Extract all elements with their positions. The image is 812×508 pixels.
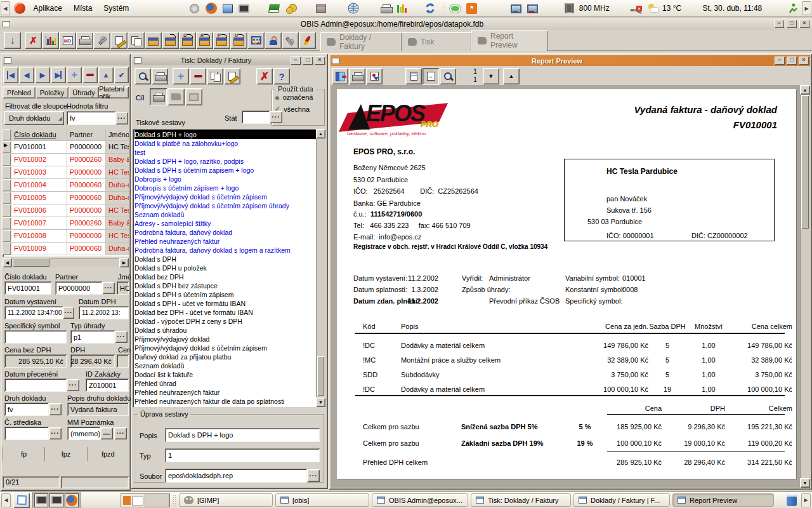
menu-system[interactable]: Systém xyxy=(99,3,133,14)
stat-input[interactable] xyxy=(242,110,270,124)
report-list-item[interactable]: Dobropis + logo xyxy=(134,175,316,184)
grid-row[interactable]: FV010004 P0000060 Duha-obc xyxy=(3,179,129,192)
report-list[interactable]: Doklad s DPH + logo Doklad k platbě na z… xyxy=(133,129,316,407)
package-icon[interactable] xyxy=(314,1,328,15)
report-list-item[interactable]: Doklad s DPH + logo xyxy=(134,130,316,139)
report-list-item[interactable]: Doklad s DPH xyxy=(134,255,316,264)
chart-button[interactable] xyxy=(42,32,59,49)
archive-u-button[interactable]: U xyxy=(230,32,247,49)
soubor-browse-button[interactable]: ··· xyxy=(307,469,320,482)
c-strediska-lookup-button[interactable]: ··· xyxy=(49,427,62,439)
report-list-item[interactable]: Daňový doklad za přijatou platbu xyxy=(134,352,316,361)
filter-value-lookup-button[interactable]: ··· xyxy=(115,112,128,124)
abacus-button[interactable] xyxy=(247,32,265,49)
report-titlebar[interactable]: Report Preview − □ × xyxy=(331,55,810,66)
panel-hide-right-button[interactable]: ▶ xyxy=(802,1,811,15)
report-vscrollbar[interactable]: ▲ ▼ xyxy=(800,85,810,488)
firefox-window-icon[interactable] xyxy=(65,493,79,507)
grid-row[interactable]: FV010002 P0000260 Baby & K xyxy=(3,154,129,166)
print-add-button[interactable]: + xyxy=(173,68,189,84)
terminal-launcher-icon[interactable] xyxy=(237,1,251,15)
print-close-button[interactable]: × xyxy=(315,57,325,65)
typ-input[interactable]: 1 xyxy=(165,448,320,462)
report-list-item[interactable]: Podrobná faktura, daňový doklad xyxy=(134,228,316,237)
report-list-item[interactable]: Přehled neuhrazených faktur xyxy=(134,388,316,397)
grid-row[interactable]: FV010006 P0000000 HC Tesla xyxy=(3,204,129,217)
grid-row[interactable]: FV010001 P0000000 HC Tesla xyxy=(3,141,129,154)
report-list-item[interactable]: test xyxy=(134,148,316,157)
workspace-2[interactable] xyxy=(145,494,169,507)
tab-tisk[interactable]: Tisk xyxy=(402,32,471,51)
tab-report-preview[interactable]: Report Preview xyxy=(471,30,547,51)
terminal-window-2-icon[interactable] xyxy=(49,493,63,507)
grid-row[interactable]: FV010009 P0000060 Duha-obc xyxy=(3,243,129,255)
archive-r-button[interactable]: R xyxy=(196,32,213,49)
report-list-item[interactable]: Příjmový/výdajový doklad s účetním zápis… xyxy=(134,344,316,352)
report-list-item[interactable]: Příjmový/výdajový doklad xyxy=(134,335,316,344)
globe-icon[interactable] xyxy=(346,1,360,15)
report-exit-button[interactable] xyxy=(332,68,348,84)
close-button[interactable]: × xyxy=(799,20,809,28)
soubor-input[interactable]: epos\dokladsdph.rep xyxy=(165,469,307,483)
print-print-button[interactable] xyxy=(152,68,168,84)
report-list-item[interactable]: Doklad bez DPH xyxy=(134,272,316,281)
report-list-item[interactable]: Doklad s DPH u položek xyxy=(134,264,316,272)
firefox-launcher-icon[interactable] xyxy=(204,1,218,15)
report-list-item[interactable]: Doklad k platbě na zálohovku+logo xyxy=(134,139,316,148)
report-list-item[interactable]: Podrobná faktura, daňový doklad s logem … xyxy=(134,246,316,255)
specificky-symbol-input[interactable] xyxy=(4,330,67,344)
page-up-button[interactable]: ▲ xyxy=(503,68,520,84)
clock[interactable]: St, 30. dub, 11:48 xyxy=(702,4,762,13)
print-cancel-button[interactable]: ✗ xyxy=(256,68,273,84)
prev-record-button[interactable]: ◀ xyxy=(19,67,34,83)
panel-handle[interactable] xyxy=(442,3,446,14)
mm-open-button[interactable]: ··· xyxy=(114,427,127,439)
report-list-item[interactable]: Doklad s DPH s účetním zápisem + logo xyxy=(134,166,316,175)
report-list-item[interactable]: Příjmový/výdajový doklad s účetním zápis… xyxy=(134,201,316,210)
maximize-button[interactable]: □ xyxy=(787,20,797,28)
cislo-dokladu-input[interactable]: FV010001 xyxy=(4,281,51,295)
report-zoom-button[interactable] xyxy=(440,68,456,84)
report-page-view-button[interactable] xyxy=(405,68,422,84)
print-maximize-button[interactable]: □ xyxy=(303,57,313,65)
chat-status-icon[interactable] xyxy=(449,1,462,15)
next-record-button[interactable]: ▶ xyxy=(35,67,50,83)
quick-filter-button[interactable]: fp xyxy=(3,447,44,461)
archive-p-button[interactable]: P xyxy=(213,32,230,49)
datum-dph-input[interactable]: 11.2.2002 13: xyxy=(79,306,129,319)
journal-button[interactable]: MD xyxy=(59,32,76,49)
ledger-book-icon[interactable] xyxy=(267,1,281,15)
datum-preceneni-input[interactable] xyxy=(4,378,67,392)
report-list-item[interactable]: Přehled neuhrazených faktur xyxy=(134,237,316,246)
coins-icon[interactable] xyxy=(284,1,298,15)
popis-input[interactable]: Doklad s DPH + logo xyxy=(165,428,320,442)
print-paste-button[interactable] xyxy=(207,68,223,84)
report-list-scrollbar[interactable]: ▲ ▼ xyxy=(316,129,325,407)
mm-poznamka-input[interactable]: (mmemo) xyxy=(67,427,100,440)
grid-row[interactable]: FV010008 P0000000 HC Tesla xyxy=(3,230,129,243)
quick-filter-button[interactable]: fpzd xyxy=(87,447,129,461)
quick-filter-button[interactable]: fpz xyxy=(44,447,86,461)
print-remove-button[interactable] xyxy=(190,68,206,84)
filter-column-select[interactable]: Druh dokladu◢ xyxy=(4,111,64,125)
filter-value-input[interactable]: fv xyxy=(67,111,115,125)
report-close-button[interactable]: × xyxy=(799,57,809,65)
taskbar-hide-right-button[interactable]: ▶ xyxy=(801,493,811,507)
browse-titlebar[interactable] xyxy=(3,55,129,65)
sync-icon[interactable] xyxy=(423,1,437,15)
report-list-item[interactable]: Adresy - samolepící štítky xyxy=(134,219,316,228)
datum-vystaveni-picker-button[interactable]: ··· xyxy=(63,307,74,319)
report-canvas[interactable]: ▲ ▼ EPOS PRO hardware, software, pokladn… xyxy=(331,85,810,488)
add-record-button[interactable]: + xyxy=(67,67,82,83)
delete-button[interactable]: ✗ xyxy=(25,32,42,49)
report-print-button[interactable] xyxy=(349,68,365,84)
report-list-item[interactable]: Doklad s DPH - učet ve formátu IBAN xyxy=(134,299,316,308)
grid-row[interactable]: FV010005 P0000060 Duha-obc xyxy=(3,192,129,204)
archive-o-button[interactable]: O xyxy=(179,32,196,49)
target-file-button[interactable] xyxy=(167,88,185,105)
workspace-switcher[interactable] xyxy=(121,493,170,507)
service-tools-button[interactable] xyxy=(282,32,299,49)
download-button[interactable]: ↓ xyxy=(4,32,21,49)
report-list-item[interactable]: Příjmový/výdajový doklad s účetním zápis… xyxy=(134,192,316,201)
page-down-button[interactable]: ▼ xyxy=(483,68,499,84)
